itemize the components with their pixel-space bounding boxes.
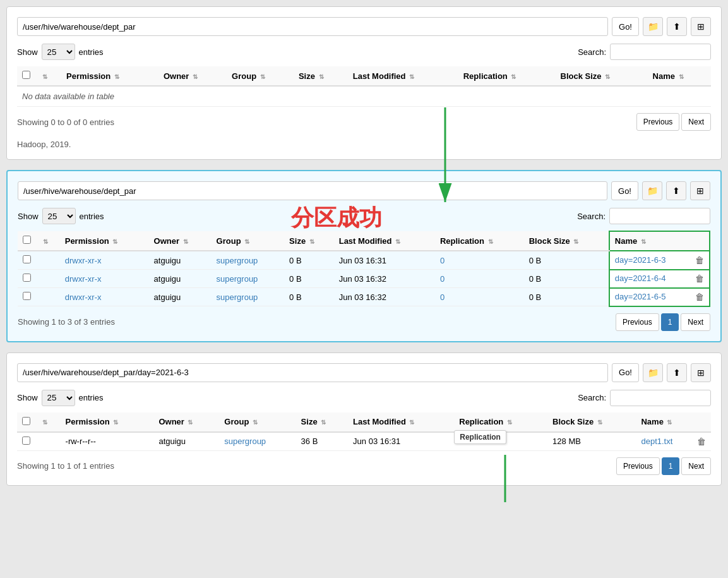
pagination-row-1: Showing 0 to 0 of 0 entries Previous Nex…: [17, 113, 711, 131]
select-all-1[interactable]: [22, 71, 30, 79]
entries-select-3[interactable]: 25 50 100: [42, 390, 75, 406]
col-sort-3[interactable]: ⇅: [36, 412, 61, 432]
row-checkbox[interactable]: [23, 274, 31, 282]
row-group: supergroup: [212, 251, 285, 270]
pagination-row-2: Showing 1 to 3 of 3 entries Previous 1 N…: [18, 313, 710, 331]
path-row-2: Go! 📁 ⬆ ⊞: [18, 181, 710, 200]
showing-2: Showing 1 to 3 of 3 entries: [18, 317, 115, 327]
row-owner: atguigu: [149, 288, 212, 306]
row-lastmod: Jun 03 16:32: [334, 288, 435, 306]
row-owner: atguigu: [153, 432, 219, 451]
entries-label-2: entries: [80, 212, 104, 221]
folder-icon-1[interactable]: 📁: [643, 17, 663, 36]
col-size-3[interactable]: Size ⇅: [296, 412, 348, 432]
showing-3: Showing 1 to 1 of 1 entries: [17, 461, 114, 471]
col-lastmod-2[interactable]: Last Modified ⇅: [334, 231, 435, 251]
upload-icon-2[interactable]: ⬆: [666, 181, 686, 200]
col-replication-1[interactable]: Replication ⇅: [458, 66, 556, 86]
col-blocksize-1[interactable]: Block Size ⇅: [556, 66, 648, 86]
search-row-3: Search:: [578, 390, 711, 406]
page-1-btn-3[interactable]: 1: [662, 457, 680, 475]
path-input-3[interactable]: [17, 363, 608, 382]
folder-icon-3[interactable]: 📁: [643, 363, 663, 382]
col-permission-1[interactable]: Permission ⇅: [61, 66, 158, 86]
go-button-2[interactable]: Go!: [611, 181, 638, 200]
entries-label-1: entries: [79, 47, 104, 57]
page-1-btn-2[interactable]: 1: [661, 313, 679, 331]
table-icon-3[interactable]: ⊞: [691, 363, 711, 382]
footer-1: Hadoop, 2019.: [17, 140, 711, 149]
row-name: day=2021-6-5 🗑: [609, 288, 710, 306]
col-owner-1[interactable]: Owner ⇅: [158, 66, 227, 86]
show-entries-3: Show 25 50 100 entries: [17, 390, 104, 406]
table-row: -rw-r--r-- atguigu supergroup 36 B Jun 0…: [17, 432, 711, 451]
col-group-3[interactable]: Group ⇅: [219, 412, 295, 432]
row-permission: -rw-r--r--: [61, 432, 154, 451]
folder-icon-2[interactable]: 📁: [642, 181, 662, 200]
controls-row-2: Show 25 50 100 entries Search:: [18, 208, 710, 224]
table-icon-2[interactable]: ⊞: [690, 181, 710, 200]
row-checkbox[interactable]: [22, 437, 30, 445]
row-group: supergroup: [212, 288, 285, 306]
prev-btn-1[interactable]: Previous: [636, 113, 680, 131]
col-permission-3[interactable]: Permission ⇅: [61, 412, 154, 432]
upload-icon-3[interactable]: ⬆: [667, 363, 687, 382]
row-checkbox[interactable]: [23, 255, 31, 263]
delete-icon[interactable]: 🗑: [695, 255, 704, 265]
row-checkbox[interactable]: [23, 292, 31, 300]
search-input-3[interactable]: [610, 390, 711, 406]
row-group: supergroup: [212, 270, 285, 288]
col-blocksize-2[interactable]: Block Size ⇅: [524, 231, 609, 251]
search-label-2: Search:: [577, 212, 606, 221]
delete-icon[interactable]: 🗑: [695, 274, 704, 284]
search-input-1[interactable]: [610, 44, 711, 60]
col-size-1[interactable]: Size ⇅: [294, 66, 348, 86]
col-sort-1[interactable]: ⇅: [36, 66, 61, 86]
row-size: 0 B: [284, 251, 334, 270]
next-btn-1[interactable]: Next: [681, 113, 711, 131]
col-lastmod-3[interactable]: Last Modified ⇅: [348, 412, 454, 432]
path-input-2[interactable]: [18, 181, 607, 200]
row-sort-icon: [37, 288, 60, 306]
col-name-3[interactable]: Name ⇅: [636, 412, 711, 432]
panel-3: Go! 📁 ⬆ ⊞ Show 25 50 100 entries Search:: [6, 352, 722, 486]
col-group-1[interactable]: Group ⇅: [227, 66, 294, 86]
next-btn-3[interactable]: Next: [681, 457, 711, 475]
select-all-3[interactable]: [22, 417, 30, 425]
col-replication-2[interactable]: Replication ⇅: [435, 231, 524, 251]
showing-1: Showing 0 to 0 of 0 entries: [17, 117, 114, 127]
upload-icon-1[interactable]: ⬆: [667, 17, 687, 36]
entries-select-2[interactable]: 25 50 100: [42, 208, 76, 224]
search-label-3: Search:: [578, 393, 606, 402]
go-button-1[interactable]: Go!: [612, 17, 639, 36]
search-label-1: Search:: [578, 47, 606, 57]
col-lastmod-1[interactable]: Last Modified ⇅: [348, 66, 458, 86]
col-name-1[interactable]: Name ⇅: [648, 66, 711, 86]
entries-select-1[interactable]: 25 50 100: [42, 44, 75, 60]
select-all-2[interactable]: [23, 236, 31, 244]
col-owner-3[interactable]: Owner ⇅: [153, 412, 219, 432]
show-label-1: Show: [17, 47, 38, 57]
col-replication-3[interactable]: Replication ⇅ Replication: [454, 412, 547, 432]
col-permission-2[interactable]: Permission ⇅: [60, 231, 149, 251]
row-name: day=2021-6-3 🗑: [609, 251, 710, 270]
row-sort-icon: [36, 432, 61, 451]
delete-icon[interactable]: 🗑: [695, 292, 704, 302]
search-input-2[interactable]: [609, 208, 710, 224]
delete-icon[interactable]: 🗑: [697, 437, 706, 447]
go-button-3[interactable]: Go!: [612, 363, 639, 382]
row-blocksize: 0 B: [524, 270, 609, 288]
table-icon-1[interactable]: ⊞: [691, 17, 711, 36]
col-owner-2[interactable]: Owner ⇅: [149, 231, 212, 251]
show-entries-2: Show 25 50 100 entries: [18, 208, 104, 224]
col-name-2[interactable]: Name ⇅: [609, 231, 710, 251]
col-group-2[interactable]: Group ⇅: [212, 231, 285, 251]
col-size-2[interactable]: Size ⇅: [284, 231, 334, 251]
prev-btn-2[interactable]: Previous: [616, 313, 659, 331]
prev-btn-3[interactable]: Previous: [616, 457, 660, 475]
next-btn-2[interactable]: Next: [681, 313, 710, 331]
col-blocksize-3[interactable]: Block Size ⇅: [547, 412, 636, 432]
col-sort-2[interactable]: ⇅: [37, 231, 60, 251]
row-lastmod: Jun 03 16:31: [334, 251, 435, 270]
path-input-1[interactable]: [17, 17, 608, 36]
